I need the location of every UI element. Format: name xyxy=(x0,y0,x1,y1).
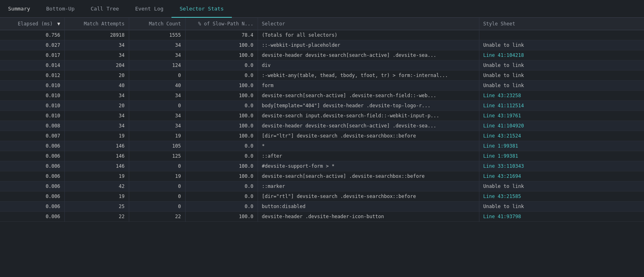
cell-match-count: 34 xyxy=(129,50,185,60)
table-row[interactable]: 0.0122000.0:-webkit-any(table, thead, tb… xyxy=(0,71,644,81)
cell-stylesheet[interactable]: Line 33:110343 xyxy=(479,161,644,171)
cell-match-attempts: 146 xyxy=(64,151,129,161)
cell-slow-path: 0.0 xyxy=(185,141,258,151)
cell-match-count: 22 xyxy=(129,212,185,222)
cell-stylesheet[interactable]: Line 41:104920 xyxy=(479,121,644,131)
cell-selector: body[template="404"] devsite-header .dev… xyxy=(258,101,479,111)
table-row[interactable]: 0.0061461050.0*Line 1:99381 xyxy=(0,141,644,151)
cell-match-count: 0 xyxy=(129,202,185,212)
table-row[interactable]: 0.0103434100.0devsite-search[search-acti… xyxy=(0,91,644,101)
table-row[interactable]: 0.0064200.0::markerUnable to link xyxy=(0,181,644,192)
cell-selector: [dir="ltr"] devsite-search .devsite-sear… xyxy=(258,131,479,141)
cell-selector: :-webkit-any(table, thead, tbody, tfoot,… xyxy=(258,71,479,81)
cell-elapsed: 0.006 xyxy=(0,181,64,192)
cell-stylesheet: Unable to link xyxy=(479,202,644,212)
cell-slow-path: 0.0 xyxy=(185,192,258,202)
cell-match-attempts: 34 xyxy=(64,121,129,131)
tab-selector-stats[interactable]: Selector Stats xyxy=(171,0,232,18)
cell-match-count: 124 xyxy=(129,60,185,71)
table-row[interactable]: 0.0062222100.0devsite-header .devsite-he… xyxy=(0,212,644,222)
cell-stylesheet[interactable]: Line 43:21524 xyxy=(479,131,644,141)
table-row[interactable]: 0.75628918155578.4(Totals for all select… xyxy=(0,30,644,40)
cell-selector: devsite-header devsite-search[search-act… xyxy=(258,50,479,60)
table-row[interactable]: 0.0142041240.0divUnable to link xyxy=(0,60,644,71)
cell-slow-path: 100.0 xyxy=(185,81,258,91)
cell-match-attempts: 146 xyxy=(64,141,129,151)
table-row[interactable]: 0.0061460100.0#devsite-support-form > *L… xyxy=(0,161,644,171)
cell-selector: (Totals for all selectors) xyxy=(258,30,479,40)
col-header-selector[interactable]: Selector xyxy=(258,18,479,30)
cell-stylesheet[interactable]: Line 43:23258 xyxy=(479,91,644,101)
cell-selector: * xyxy=(258,141,479,151)
cell-elapsed: 0.010 xyxy=(0,91,64,101)
col-header-stylesheet[interactable]: Style Sheet xyxy=(479,18,644,30)
tab-event-log[interactable]: Event Log xyxy=(127,0,171,18)
table-container: Elapsed (ms) ▼ Match Attempts Match Coun… xyxy=(0,18,644,222)
cell-selector: devsite-header .devsite-header-icon-butt… xyxy=(258,212,479,222)
cell-elapsed: 0.012 xyxy=(0,71,64,81)
cell-selector: div xyxy=(258,60,479,71)
cell-elapsed: 0.007 xyxy=(0,131,64,141)
cell-match-attempts: 19 xyxy=(64,171,129,181)
table-row[interactable]: 0.0061461250.0::afterLine 1:99381 xyxy=(0,151,644,161)
selector-stats-table: Elapsed (ms) ▼ Match Attempts Match Coun… xyxy=(0,18,644,222)
cell-slow-path: 100.0 xyxy=(185,40,258,50)
table-header: Elapsed (ms) ▼ Match Attempts Match Coun… xyxy=(0,18,644,30)
cell-match-attempts: 25 xyxy=(64,202,129,212)
cell-stylesheet xyxy=(479,30,644,40)
table-row[interactable]: 0.0273434100.0::-webkit-input-placeholde… xyxy=(0,40,644,50)
cell-match-attempts: 20 xyxy=(64,101,129,111)
cell-match-count: 34 xyxy=(129,91,185,101)
cell-stylesheet[interactable]: Line 43:21694 xyxy=(479,171,644,181)
cell-selector: [dir="rtl"] devsite-search .devsite-sear… xyxy=(258,192,479,202)
cell-stylesheet[interactable]: Line 1:99381 xyxy=(479,151,644,161)
tab-summary[interactable]: Summary xyxy=(0,0,38,18)
cell-selector: devsite-search[search-active] .devsite-s… xyxy=(258,91,479,101)
cell-stylesheet[interactable]: Line 43:19761 xyxy=(479,111,644,121)
table-row[interactable]: 0.0062500.0button:disabledUnable to link xyxy=(0,202,644,212)
table-row[interactable]: 0.0071919100.0[dir="ltr"] devsite-search… xyxy=(0,131,644,141)
cell-match-attempts: 34 xyxy=(64,91,129,101)
col-header-slow-path[interactable]: % of Slow-Path N... xyxy=(185,18,258,30)
cell-match-count: 0 xyxy=(129,101,185,111)
table-row[interactable]: 0.0104040100.0formUnable to link xyxy=(0,81,644,91)
table-row[interactable]: 0.0083434100.0devsite-header devsite-sea… xyxy=(0,121,644,131)
cell-slow-path: 0.0 xyxy=(185,71,258,81)
cell-match-count: 125 xyxy=(129,151,185,161)
cell-stylesheet[interactable]: Line 41:93798 xyxy=(479,212,644,222)
tab-call-tree[interactable]: Call Tree xyxy=(83,0,127,18)
col-header-match-attempts[interactable]: Match Attempts xyxy=(64,18,129,30)
cell-elapsed: 0.010 xyxy=(0,101,64,111)
cell-match-count: 1555 xyxy=(129,30,185,40)
table-row[interactable]: 0.0103434100.0devsite-search input.devsi… xyxy=(0,111,644,121)
cell-selector: devsite-header devsite-search[search-act… xyxy=(258,121,479,131)
cell-selector: form xyxy=(258,81,479,91)
table-row[interactable]: 0.0061900.0[dir="rtl"] devsite-search .d… xyxy=(0,192,644,202)
col-header-elapsed[interactable]: Elapsed (ms) ▼ xyxy=(0,18,64,30)
table-row[interactable]: 0.0061919100.0devsite-search[search-acti… xyxy=(0,171,644,181)
cell-slow-path: 0.0 xyxy=(185,101,258,111)
cell-match-attempts: 34 xyxy=(64,111,129,121)
cell-stylesheet[interactable]: Line 1:99381 xyxy=(479,141,644,151)
cell-slow-path: 0.0 xyxy=(185,151,258,161)
cell-stylesheet[interactable]: Line 41:104218 xyxy=(479,50,644,60)
tab-bottom-up[interactable]: Bottom-Up xyxy=(38,0,83,18)
cell-match-attempts: 204 xyxy=(64,60,129,71)
table-row[interactable]: 0.0173434100.0devsite-header devsite-sea… xyxy=(0,50,644,60)
table-body: 0.75628918155578.4(Totals for all select… xyxy=(0,30,644,222)
table-row[interactable]: 0.0102000.0body[template="404"] devsite-… xyxy=(0,101,644,111)
cell-selector: ::after xyxy=(258,151,479,161)
cell-match-attempts: 19 xyxy=(64,131,129,141)
cell-stylesheet[interactable]: Line 43:21585 xyxy=(479,192,644,202)
sort-arrow-icon: ▼ xyxy=(57,21,60,27)
tab-bar: SummaryBottom-UpCall TreeEvent LogSelect… xyxy=(0,0,644,18)
cell-elapsed: 0.006 xyxy=(0,171,64,181)
cell-elapsed: 0.006 xyxy=(0,212,64,222)
cell-match-attempts: 28918 xyxy=(64,30,129,40)
cell-stylesheet: Unable to link xyxy=(479,181,644,192)
cell-match-count: 105 xyxy=(129,141,185,151)
col-header-match-count[interactable]: Match Count xyxy=(129,18,185,30)
cell-elapsed: 0.014 xyxy=(0,60,64,71)
cell-match-count: 0 xyxy=(129,71,185,81)
cell-stylesheet[interactable]: Line 41:112514 xyxy=(479,101,644,111)
